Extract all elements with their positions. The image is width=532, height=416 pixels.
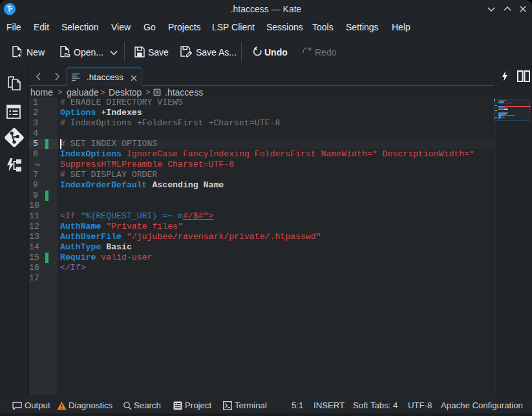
- svg-text:?: ?: [156, 90, 158, 96]
